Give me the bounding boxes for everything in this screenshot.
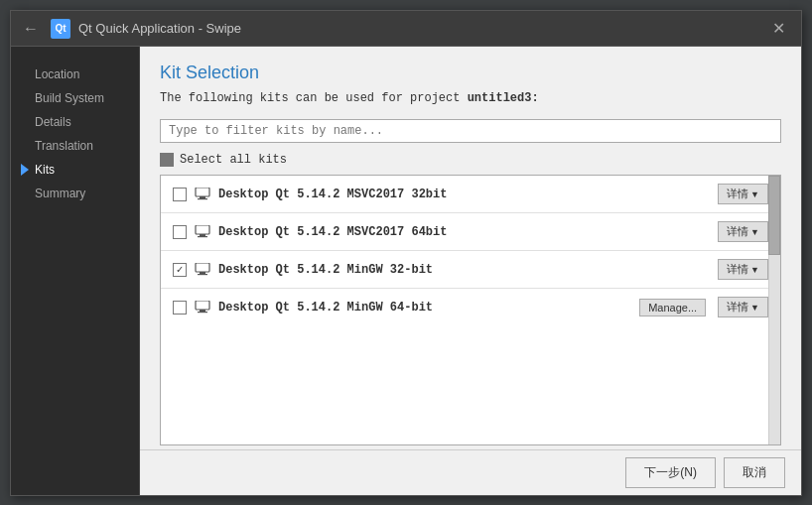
kit3-details-button[interactable]: 详情 ▼ [718,259,768,280]
next-button[interactable]: 下一步(N) [625,457,716,488]
sidebar-item-translation[interactable]: Translation [11,134,139,158]
kit4-manage-button[interactable]: Manage... [639,299,706,316]
sidebar-item-label: Kits [35,163,55,177]
svg-rect-5 [198,236,207,237]
chevron-down-icon: ▼ [750,227,759,237]
kit2-checkbox[interactable] [173,225,187,239]
scrollbar-track[interactable] [768,176,780,444]
kit4-details-button[interactable]: 详情 ▼ [718,297,768,317]
chevron-down-icon: ▼ [750,265,759,275]
kit1-checkbox[interactable] [173,188,187,201]
svg-rect-8 [198,274,207,275]
kits-list: Desktop Qt 5.14.2 MSVC2017 32bit 详情 ▼ [161,176,780,444]
kit-item-2: Desktop Qt 5.14.2 MSVC2017 64bit 详情 ▼ [161,213,780,251]
dialog-window: ← Qt Qt Quick Application - Swipe ✕ Loca… [10,10,802,496]
select-all-checkbox[interactable] [160,153,174,167]
svg-rect-1 [200,196,205,198]
chevron-down-icon: ▼ [750,303,759,313]
close-button[interactable]: ✕ [764,17,793,40]
scrollbar-thumb[interactable] [768,176,780,255]
svg-rect-7 [200,272,205,274]
sidebar-item-label: Build System [35,91,104,105]
svg-rect-9 [196,301,209,310]
svg-rect-2 [198,198,207,199]
sidebar-item-label: Summary [35,187,85,200]
svg-rect-10 [200,310,205,312]
panel-description: The following kits can be used for proje… [160,91,781,105]
sidebar-item-label: Details [35,115,71,129]
panel-header: Kit Selection The following kits can be … [140,47,801,113]
kit2-details-button[interactable]: 详情 ▼ [718,221,768,242]
chevron-down-icon: ▼ [750,189,759,199]
svg-rect-6 [196,263,209,272]
sidebar-item-label: Translation [35,139,93,153]
sidebar-item-kits[interactable]: Kits [11,158,139,182]
kit-item-4: Desktop Qt 5.14.2 MinGW 64-bit Manage...… [161,289,780,325]
content-area: Location Build System Details Translatio… [11,47,801,495]
monitor-icon [195,224,210,240]
svg-rect-4 [200,234,205,236]
project-name: untitled3: [468,91,539,105]
kit-item-1: Desktop Qt 5.14.2 MSVC2017 32bit 详情 ▼ [161,176,780,213]
title-bar: ← Qt Qt Quick Application - Swipe ✕ [11,11,801,47]
button-bar: 下一步(N) 取消 [140,449,801,495]
monitor-icon [195,300,210,316]
kit4-checkbox[interactable] [173,301,187,315]
svg-rect-3 [196,225,209,234]
kit-item-3: Desktop Qt 5.14.2 MinGW 32-bit 详情 ▼ [161,251,780,289]
select-all-label: Select all kits [180,153,287,167]
sidebar-item-details[interactable]: Details [11,110,139,134]
sidebar-item-build-system[interactable]: Build System [11,86,139,110]
kit3-checkbox[interactable] [173,263,187,277]
kit3-name: Desktop Qt 5.14.2 MinGW 32-bit [218,263,710,277]
kit4-name: Desktop Qt 5.14.2 MinGW 64-bit [218,301,631,315]
kit1-details-button[interactable]: 详情 ▼ [718,184,768,204]
kits-list-container: Desktop Qt 5.14.2 MSVC2017 32bit 详情 ▼ [160,175,781,445]
sidebar-item-location[interactable]: Location [11,63,139,86]
description-prefix: The following kits can be used for proje… [160,91,468,105]
svg-rect-11 [198,312,207,313]
back-button[interactable]: ← [19,18,43,40]
sidebar-item-label: Location [35,67,79,81]
panel-title: Kit Selection [160,63,781,83]
select-all-row: Select all kits [140,149,801,171]
monitor-icon [195,187,210,202]
title-bar-left: ← Qt Qt Quick Application - Swipe [19,18,764,40]
filter-input[interactable] [160,119,781,143]
main-panel: Kit Selection The following kits can be … [140,47,801,495]
svg-rect-0 [196,188,209,196]
sidebar: Location Build System Details Translatio… [11,47,140,495]
app-icon: Qt [51,19,70,39]
sidebar-item-summary[interactable]: Summary [11,182,139,205]
monitor-icon [195,262,210,278]
cancel-button[interactable]: 取消 [724,457,785,488]
kit2-name: Desktop Qt 5.14.2 MSVC2017 64bit [218,225,710,239]
window-title: Qt Quick Application - Swipe [78,21,241,36]
kit1-name: Desktop Qt 5.14.2 MSVC2017 32bit [218,188,710,201]
